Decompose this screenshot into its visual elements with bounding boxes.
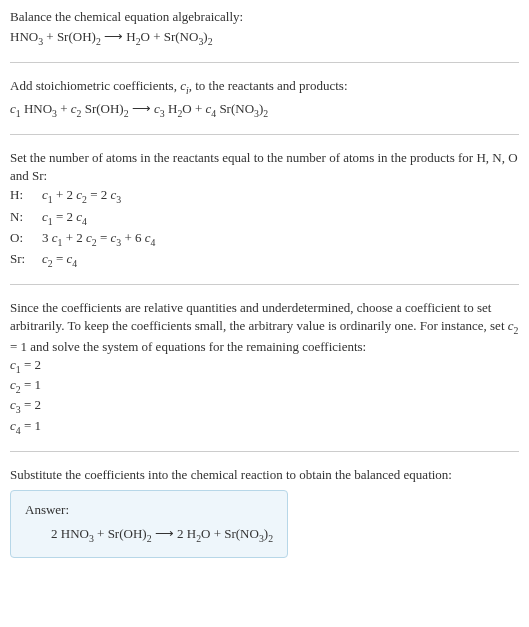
eq-arrow: ⟶ 2 H <box>152 526 197 541</box>
atom-label: H: <box>10 186 34 206</box>
atom-row-o: O: 3 c1 + 2 c2 = c3 + 6 c4 <box>10 229 519 249</box>
coeff-val: = 1 <box>21 418 41 433</box>
coeff-result: c1 = 2 <box>10 356 519 376</box>
atom-row-h: H: c1 + 2 c2 = 2 c3 <box>10 186 519 206</box>
stoich-title: Add stoichiometric coefficients, ci, to … <box>10 77 519 97</box>
answer-box: Answer: 2 HNO3 + Sr(OH)2 ⟶ 2 H2O + Sr(NO… <box>10 490 288 558</box>
coeff-result: c3 = 2 <box>10 396 519 416</box>
coeff-sub: 4 <box>72 258 77 269</box>
atom-title: Set the number of atoms in the reactants… <box>10 149 519 185</box>
atom-label: O: <box>10 229 34 249</box>
answer-label: Answer: <box>25 501 273 519</box>
coeff-val: = 2 <box>21 397 41 412</box>
title-text: Add stoichiometric coefficients, <box>10 78 180 93</box>
eq-text: Sr(NO <box>216 101 254 116</box>
eq-text: + 2 <box>62 230 86 245</box>
eq-text: = <box>97 230 111 245</box>
eq-arrow: ⟶ <box>129 101 155 116</box>
coeff-val: = 2 <box>21 357 41 372</box>
coeff-sub: 3 <box>116 194 121 205</box>
section-answer: Substitute the coefficients into the che… <box>10 466 519 559</box>
eq-text: + 6 <box>121 230 145 245</box>
coeff-sub: 4 <box>82 215 87 226</box>
section-intro: Balance the chemical equation algebraica… <box>10 8 519 48</box>
eq-sub: 2 <box>208 36 213 47</box>
coeff-sub: 4 <box>151 236 156 247</box>
eq-text: Sr(OH) <box>81 101 123 116</box>
eq-sub: 2 <box>263 107 268 118</box>
eq-text: 2 HNO <box>51 526 89 541</box>
divider <box>10 284 519 285</box>
atom-row-n: N: c1 = 2 c4 <box>10 208 519 228</box>
atom-row-sr: Sr: c2 = c4 <box>10 250 519 270</box>
unbalanced-equation: HNO3 + Sr(OH)2 ⟶ H2O + Sr(NO3)2 <box>10 28 519 48</box>
eq-text: HNO <box>10 29 38 44</box>
substitute-title: Substitute the coefficients into the che… <box>10 466 519 484</box>
eq-text: HNO <box>21 101 52 116</box>
intro-title: Balance the chemical equation algebraica… <box>10 8 519 26</box>
section-stoichiometric: Add stoichiometric coefficients, ci, to … <box>10 77 519 119</box>
eq-text: O + Sr(NO <box>201 526 259 541</box>
eq-text: + Sr(OH) <box>43 29 96 44</box>
eq-text: 3 <box>42 230 52 245</box>
atom-eq: c1 + 2 c2 = 2 c3 <box>42 186 121 206</box>
atom-label: Sr: <box>10 250 34 270</box>
eq-text: = 2 <box>53 209 77 224</box>
atom-eq: c2 = c4 <box>42 250 77 270</box>
atom-eq: c1 = 2 c4 <box>42 208 87 228</box>
eq-text: H <box>165 101 178 116</box>
eq-text: + <box>57 101 71 116</box>
eq-text: = 2 <box>87 187 111 202</box>
solve-para: Since the coefficients are relative quan… <box>10 300 508 333</box>
solve-para: = 1 and solve the system of equations fo… <box>10 339 366 354</box>
solve-text: Since the coefficients are relative quan… <box>10 299 519 356</box>
title-text: , to the reactants and products: <box>189 78 348 93</box>
eq-text: O + <box>182 101 205 116</box>
eq-text: = <box>53 251 67 266</box>
section-solve: Since the coefficients are relative quan… <box>10 299 519 437</box>
atom-eq: 3 c1 + 2 c2 = c3 + 6 c4 <box>42 229 155 249</box>
divider <box>10 62 519 63</box>
eq-sub: 2 <box>268 533 273 544</box>
section-atom-balance: Set the number of atoms in the reactants… <box>10 149 519 270</box>
eq-arrow: ⟶ H <box>101 29 136 44</box>
balanced-equation: 2 HNO3 + Sr(OH)2 ⟶ 2 H2O + Sr(NO3)2 <box>25 525 273 545</box>
coeff-val: = 1 <box>21 377 41 392</box>
eq-text: O + Sr(NO <box>141 29 199 44</box>
coeff-sub: 2 <box>514 325 519 336</box>
eq-text: + Sr(OH) <box>94 526 147 541</box>
divider <box>10 451 519 452</box>
atom-label: N: <box>10 208 34 228</box>
eq-text: + 2 <box>53 187 77 202</box>
coeff-result: c2 = 1 <box>10 376 519 396</box>
coeff-result: c4 = 1 <box>10 417 519 437</box>
divider <box>10 134 519 135</box>
coeff-equation: c1 HNO3 + c2 Sr(OH)2 ⟶ c3 H2O + c4 Sr(NO… <box>10 100 519 120</box>
